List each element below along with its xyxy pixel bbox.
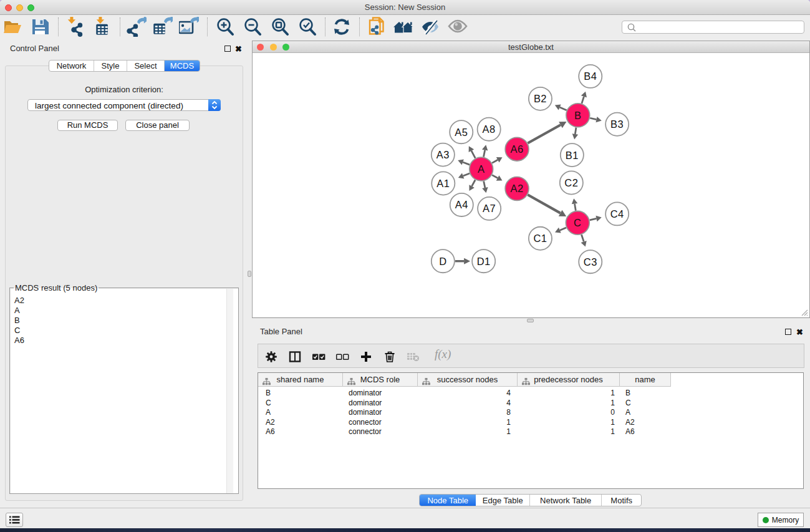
svg-text:D1: D1 (477, 256, 491, 267)
svg-text:A1: A1 (436, 178, 450, 189)
svg-text:C3: C3 (584, 256, 597, 268)
svg-text:C: C (574, 217, 581, 228)
svg-text:C1: C1 (533, 233, 547, 244)
svg-text:A8: A8 (483, 123, 496, 135)
svg-text:C2: C2 (564, 177, 578, 188)
svg-text:B3: B3 (610, 118, 624, 130)
svg-text:B1: B1 (566, 150, 579, 161)
svg-text:A6: A6 (510, 143, 523, 155)
svg-text:B4: B4 (584, 70, 597, 82)
svg-text:A2: A2 (510, 183, 523, 194)
svg-text:D: D (439, 256, 446, 267)
svg-text:A3: A3 (436, 149, 450, 160)
svg-text:B: B (574, 110, 581, 121)
svg-text:A7: A7 (483, 203, 496, 214)
svg-text:A5: A5 (455, 127, 468, 138)
svg-text:C4: C4 (610, 208, 624, 220)
svg-text:A: A (478, 163, 485, 175)
svg-text:A4: A4 (455, 199, 468, 210)
svg-text:B2: B2 (534, 93, 547, 104)
